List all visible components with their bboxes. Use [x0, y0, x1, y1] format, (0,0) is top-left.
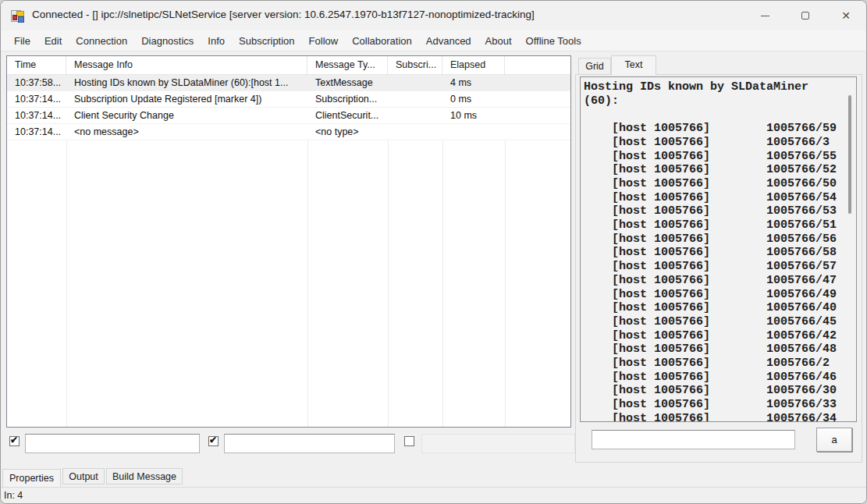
menu-item-advanced[interactable]: Advanced — [419, 30, 478, 51]
window-controls: ✕ — [744, 1, 866, 30]
column-header-sub[interactable]: Subscri... — [388, 56, 442, 74]
cell-type: Subscription... — [307, 91, 388, 107]
filter-checkbox-3[interactable]: ✔ — [404, 436, 414, 446]
app-icon-red-square — [12, 15, 17, 20]
filter-input-3 — [421, 434, 575, 453]
tab-output[interactable]: Output — [62, 468, 105, 484]
cell-elapsed: 4 ms — [442, 75, 505, 91]
title-bar[interactable]: Connected - [] ipc://slnetipc/SLNetServi… — [1, 1, 866, 30]
menu-item-about[interactable]: About — [478, 30, 519, 51]
check-icon: ✔ — [10, 435, 18, 445]
filter-input-2[interactable] — [224, 434, 395, 453]
cell-sub — [388, 124, 442, 140]
list-header: TimeMessage InfoMessage Ty...Subscri...E… — [7, 56, 570, 75]
menu-item-follow[interactable]: Follow — [302, 30, 346, 51]
status-text: In: 4 — [4, 490, 23, 501]
cell-info: Subscription Update Registered [marker 4… — [66, 91, 307, 107]
check-icon: ✔ — [209, 435, 217, 445]
menu-item-subscription[interactable]: Subscription — [232, 30, 302, 51]
menu-item-collaboration[interactable]: Collaboration — [345, 30, 419, 51]
table-row[interactable]: 10:37:14...Client Security ChangeClientS… — [7, 108, 570, 124]
message-list: TimeMessage InfoMessage Ty...Subscri...E… — [6, 55, 571, 428]
cell-time: 10:37:14... — [7, 91, 66, 107]
minimize-button[interactable] — [744, 1, 785, 30]
tab-build-message[interactable]: Build Message — [106, 468, 183, 484]
text-view[interactable]: Hosting IDs known by SLDataMiner (60): [… — [580, 76, 857, 422]
app-window: Connected - [] ipc://slnetipc/SLNetServi… — [0, 0, 867, 504]
cell-elapsed: 10 ms — [442, 108, 505, 123]
menu-item-connection[interactable]: Connection — [69, 30, 134, 51]
cell-elapsed — [442, 124, 505, 140]
column-header-filler — [505, 56, 570, 74]
cell-elapsed: 0 ms — [442, 91, 505, 107]
table-row[interactable]: 10:37:14...Subscription Update Registere… — [7, 91, 570, 108]
status-bar: In: 4 — [1, 487, 866, 504]
message-input[interactable] — [592, 430, 795, 449]
cell-time: 10:37:14... — [7, 108, 66, 123]
menu-bar: FileEditConnectionDiagnosticsInfoSubscri… — [1, 30, 866, 51]
action-button[interactable]: a — [816, 428, 852, 452]
text-scrollbar-thumb[interactable] — [848, 95, 851, 214]
close-button[interactable]: ✕ — [826, 1, 866, 30]
cell-info: Hosting IDs known by SLDataMiner (60):[h… — [66, 75, 307, 91]
menu-item-file[interactable]: File — [7, 30, 37, 51]
cell-type: <no type> — [307, 124, 388, 140]
close-icon: ✕ — [841, 10, 851, 21]
filter-checkbox-1[interactable]: ✔ — [9, 436, 20, 446]
maximize-button[interactable] — [785, 1, 826, 30]
app-icon[interactable] — [10, 8, 26, 23]
cell-time: 10:37:14... — [7, 124, 66, 140]
bottom-tabs: PropertiesOutputBuild Message — [1, 467, 866, 487]
menu-item-offline-tools[interactable]: Offline Tools — [519, 30, 588, 51]
right-tab-control: Grid Text Hosting IDs known by SLDataMin… — [575, 55, 862, 463]
column-header-elapsed[interactable]: Elapsed — [442, 56, 505, 74]
text-view-content: Hosting IDs known by SLDataMiner (60): [… — [581, 77, 856, 422]
tab-properties[interactable]: Properties — [2, 469, 61, 487]
cell-info: <no message> — [66, 124, 307, 140]
table-row[interactable]: 10:37:58...Hosting IDs known by SLDataMi… — [7, 75, 570, 91]
menu-item-info[interactable]: Info — [201, 30, 232, 51]
app-icon-blue-square — [18, 16, 24, 23]
tab-grid[interactable]: Grid — [578, 58, 611, 75]
resize-grip[interactable] — [862, 499, 863, 501]
menu-item-edit[interactable]: Edit — [37, 30, 69, 51]
filter-checkbox-2[interactable]: ✔ — [208, 436, 219, 446]
window-title: Connected - [] ipc://slnetipc/SLNetServi… — [32, 9, 535, 20]
cell-type: ClientSecurit... — [307, 108, 388, 123]
filter-row: ✔ ✔ ✔ — [1, 428, 578, 467]
cell-sub — [388, 91, 442, 107]
cell-info: Client Security Change — [66, 108, 307, 123]
maximize-icon — [801, 12, 809, 20]
tab-text[interactable]: Text — [611, 55, 656, 75]
cell-sub — [388, 108, 442, 123]
table-row[interactable]: 10:37:14...<no message><no type> — [7, 124, 570, 140]
app-icon-yellow-square — [16, 11, 24, 16]
menu-item-diagnostics[interactable]: Diagnostics — [134, 30, 201, 51]
cell-type: TextMessage — [307, 75, 388, 91]
minimize-icon — [761, 16, 769, 16]
filter-input-1[interactable] — [25, 434, 200, 453]
cell-sub — [388, 75, 442, 91]
cell-time: 10:37:58... — [7, 75, 66, 91]
column-header-time[interactable]: Time — [7, 56, 66, 74]
column-header-type[interactable]: Message Ty... — [307, 56, 388, 74]
column-header-info[interactable]: Message Info — [66, 56, 307, 74]
